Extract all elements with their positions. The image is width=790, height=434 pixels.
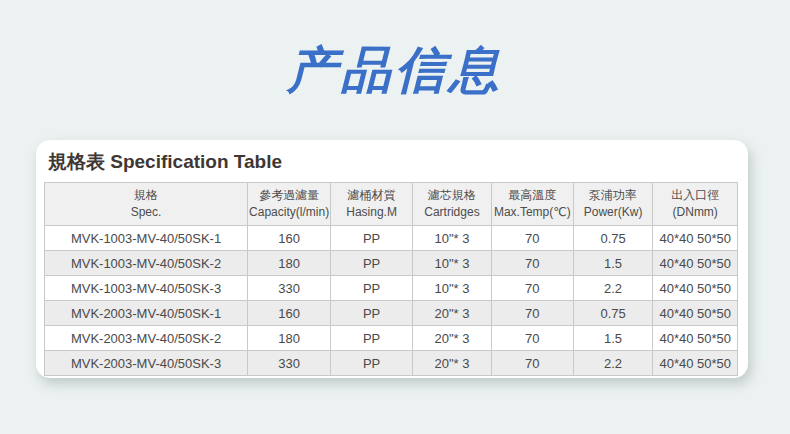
header-en: Spec. [46, 204, 246, 221]
cell-max-temp: 70 [491, 326, 573, 351]
card-heading: 規格表 Specification Table [48, 149, 738, 175]
cell-spec: MVK-2003-MV-40/50SK-3 [45, 351, 248, 376]
header-zh: 最高溫度 [493, 187, 572, 204]
cell-max-temp: 70 [491, 251, 573, 276]
column-header-capacity: 參考過濾量 Capacity(l/min) [248, 183, 331, 226]
cell-pump-power: 2.2 [573, 351, 653, 376]
cell-max-temp: 70 [491, 301, 573, 326]
table-row: MVK-1003-MV-40/50SK-2 180 PP 10"* 3 70 1… [45, 251, 738, 276]
header-en: Max.Temp(℃) [493, 204, 572, 221]
column-header-inlet-outlet: 出入口徑 (DNmm) [653, 183, 738, 226]
cell-cartridges: 10"* 3 [412, 251, 491, 276]
cell-inlet-outlet: 40*40 50*50 [653, 351, 738, 376]
cell-housing-material: PP [331, 351, 413, 376]
cell-housing-material: PP [331, 226, 413, 251]
cell-pump-power: 1.5 [573, 326, 653, 351]
cell-pump-power: 2.2 [573, 276, 653, 301]
table-row: MVK-1003-MV-40/50SK-1 160 PP 10"* 3 70 0… [45, 226, 738, 251]
cell-cartridges: 20"* 3 [412, 351, 491, 376]
column-header-cartridges: 濾芯規格 Cartridges [412, 183, 491, 226]
cell-housing-material: PP [331, 326, 413, 351]
table-header: 規格 Spec. 參考過濾量 Capacity(l/min) 濾桶材質 Hasi… [45, 183, 738, 226]
header-zh: 參考過濾量 [249, 187, 329, 204]
cell-spec: MVK-1003-MV-40/50SK-1 [45, 226, 248, 251]
cell-housing-material: PP [331, 251, 413, 276]
column-header-max-temp: 最高溫度 Max.Temp(℃) [491, 183, 573, 226]
table-row: MVK-1003-MV-40/50SK-3 330 PP 10"* 3 70 2… [45, 276, 738, 301]
cell-cartridges: 10"* 3 [412, 226, 491, 251]
header-en: Capacity(l/min) [249, 204, 329, 221]
table-row: MVK-2003-MV-40/50SK-3 330 PP 20"* 3 70 2… [45, 351, 738, 376]
page-title: 产品信息 [0, 42, 790, 98]
cell-inlet-outlet: 40*40 50*50 [653, 226, 738, 251]
header-zh: 濾桶材質 [332, 187, 411, 204]
column-header-pump-power: 泵浦功率 Power(Kw) [573, 183, 653, 226]
cell-capacity: 330 [248, 351, 331, 376]
cell-cartridges: 10"* 3 [412, 276, 491, 301]
specification-table: 規格 Spec. 參考過濾量 Capacity(l/min) 濾桶材質 Hasi… [44, 182, 738, 376]
header-zh: 出入口徑 [654, 187, 736, 204]
header-zh: 規格 [46, 187, 246, 204]
cell-spec: MVK-2003-MV-40/50SK-2 [45, 326, 248, 351]
cell-capacity: 330 [248, 276, 331, 301]
cell-capacity: 160 [248, 301, 331, 326]
table-row: MVK-2003-MV-40/50SK-1 160 PP 20"* 3 70 0… [45, 301, 738, 326]
cell-max-temp: 70 [491, 351, 573, 376]
header-row: 規格 Spec. 參考過濾量 Capacity(l/min) 濾桶材質 Hasi… [45, 183, 738, 226]
cell-housing-material: PP [331, 301, 413, 326]
specification-card: 規格表 Specification Table 規格 Spec. 參考過濾量 C… [36, 140, 748, 378]
cell-cartridges: 20"* 3 [412, 326, 491, 351]
header-zh: 濾芯規格 [414, 187, 490, 204]
header-en: (DNmm) [654, 204, 736, 221]
header-en: Hasing.M [332, 204, 411, 221]
cell-capacity: 180 [248, 326, 331, 351]
cell-inlet-outlet: 40*40 50*50 [653, 301, 738, 326]
table-body: MVK-1003-MV-40/50SK-1 160 PP 10"* 3 70 0… [45, 226, 738, 376]
cell-inlet-outlet: 40*40 50*50 [653, 326, 738, 351]
cell-pump-power: 0.75 [573, 301, 653, 326]
cell-spec: MVK-1003-MV-40/50SK-2 [45, 251, 248, 276]
cell-inlet-outlet: 40*40 50*50 [653, 251, 738, 276]
cell-pump-power: 0.75 [573, 226, 653, 251]
cell-capacity: 160 [248, 226, 331, 251]
header-zh: 泵浦功率 [575, 187, 652, 204]
cell-max-temp: 70 [491, 276, 573, 301]
header-en: Power(Kw) [575, 204, 652, 221]
column-header-spec: 規格 Spec. [45, 183, 248, 226]
cell-max-temp: 70 [491, 226, 573, 251]
cell-pump-power: 1.5 [573, 251, 653, 276]
column-header-housing-material: 濾桶材質 Hasing.M [331, 183, 413, 226]
cell-spec: MVK-1003-MV-40/50SK-3 [45, 276, 248, 301]
cell-spec: MVK-2003-MV-40/50SK-1 [45, 301, 248, 326]
table-row: MVK-2003-MV-40/50SK-2 180 PP 20"* 3 70 1… [45, 326, 738, 351]
cell-housing-material: PP [331, 276, 413, 301]
header-en: Cartridges [414, 204, 490, 221]
cell-cartridges: 20"* 3 [412, 301, 491, 326]
cell-capacity: 180 [248, 251, 331, 276]
cell-inlet-outlet: 40*40 50*50 [653, 276, 738, 301]
